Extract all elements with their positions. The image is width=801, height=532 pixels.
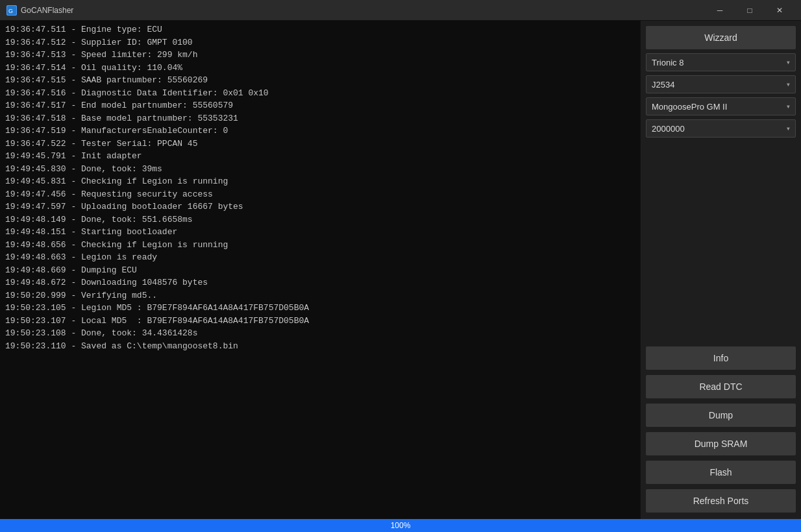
log-line: 19:36:47.518 - Base model partnumber: 55… (0, 112, 640, 125)
log-line: 19:50:20.999 - Verifying md5.. (0, 289, 640, 302)
maximize-button[interactable]: □ (735, 0, 765, 21)
log-line: 19:49:48.669 - Dumping ECU (0, 264, 640, 277)
window-controls: ─ □ ✕ (705, 0, 795, 21)
baudrate-dropdown[interactable]: 2000000 1000000 500000 250000 (646, 119, 796, 138)
log-line: 19:50:23.110 - Saved as C:\temp\mangoose… (0, 340, 640, 353)
log-line: 19:49:48.672 - Downloading 1048576 bytes (0, 276, 640, 289)
title-bar-left: G GoCANFlasher (6, 5, 73, 16)
adapter-dropdown-wrapper: MongoosePro GM II Mongoose J2534-1 (646, 97, 796, 115)
dump-button[interactable]: Dump (646, 404, 796, 427)
log-line: 19:49:48.151 - Starting bootloader (0, 226, 640, 239)
log-line: 19:36:47.513 - Speed limiter: 299 km/h (0, 49, 640, 62)
log-line: 19:36:47.514 - Oil quality: 110.04% (0, 62, 640, 75)
log-line: 19:36:47.516 - Diagnostic Data Identifie… (0, 87, 640, 100)
refresh-ports-button[interactable]: Refresh Ports (646, 489, 796, 513)
svg-text:G: G (8, 8, 13, 14)
minimize-button[interactable]: ─ (705, 0, 735, 21)
wizard-button[interactable]: Wizzard (646, 26, 796, 49)
progress-bar-container: 100% (0, 519, 801, 532)
protocol-dropdown-wrapper: J2534 KWP2000 CAN (646, 75, 796, 93)
protocol-dropdown[interactable]: J2534 KWP2000 CAN (646, 75, 796, 93)
log-line: 19:49:48.656 - Checking if Legion is run… (0, 239, 640, 252)
log-line: 19:50:23.108 - Done, took: 34.4361428s (0, 327, 640, 340)
log-line: 19:49:45.831 - Checking if Legion is run… (0, 175, 640, 188)
log-line: 19:49:48.149 - Done, took: 551.6658ms (0, 213, 640, 226)
ecu-type-dropdown[interactable]: Trionic 8 Trionic 7 Trionic 5 (646, 53, 796, 71)
log-line: 19:36:47.517 - End model partnumber: 555… (0, 99, 640, 112)
log-line: 19:49:45.791 - Init adapter (0, 150, 640, 163)
log-line: 19:50:23.107 - Local MD5 : B79E7F894AF6A… (0, 315, 640, 328)
right-panel: Wizzard Trionic 8 Trionic 7 Trionic 5 J2… (640, 21, 801, 519)
close-button[interactable]: ✕ (765, 0, 795, 21)
progress-label: 100% (0, 521, 801, 530)
log-panel[interactable]: 19:36:47.511 - Engine type: ECU19:36:47.… (0, 21, 640, 519)
progress-wrapper: 100% (0, 519, 801, 532)
baudrate-dropdown-wrapper: 2000000 1000000 500000 250000 (646, 119, 796, 138)
log-line: 19:36:47.519 - ManufacturersEnableCounte… (0, 125, 640, 138)
read-dtc-button[interactable]: Read DTC (646, 375, 796, 398)
log-line: 19:49:48.663 - Legion is ready (0, 251, 640, 264)
title-bar: G GoCANFlasher ─ □ ✕ (0, 0, 801, 21)
app-title: GoCANFlasher (21, 6, 73, 15)
flash-button[interactable]: Flash (646, 461, 796, 484)
log-line: 19:49:47.597 - Uploading bootloader 1666… (0, 200, 640, 213)
log-line: 19:49:45.830 - Done, took: 39ms (0, 163, 640, 176)
ecu-type-dropdown-wrapper: Trionic 8 Trionic 7 Trionic 5 (646, 53, 796, 71)
main-content: 19:36:47.511 - Engine type: ECU19:36:47.… (0, 21, 801, 519)
info-button[interactable]: Info (646, 346, 796, 370)
log-line: 19:36:47.522 - Tester Serial: PPCAN 45 (0, 138, 640, 151)
log-line: 19:50:23.105 - Legion MD5 : B79E7F894AF6… (0, 302, 640, 315)
log-line: 19:36:47.515 - SAAB partnumber: 55560269 (0, 74, 640, 87)
log-line: 19:36:47.512 - Supplier ID: GMPT 0100 (0, 36, 640, 49)
log-line: 19:36:47.511 - Engine type: ECU (0, 23, 640, 36)
adapter-dropdown[interactable]: MongoosePro GM II Mongoose J2534-1 (646, 97, 796, 115)
dump-sram-button[interactable]: Dump SRAM (646, 432, 796, 455)
app-icon: G (6, 5, 17, 16)
log-line: 19:49:47.456 - Requesting security acces… (0, 188, 640, 201)
